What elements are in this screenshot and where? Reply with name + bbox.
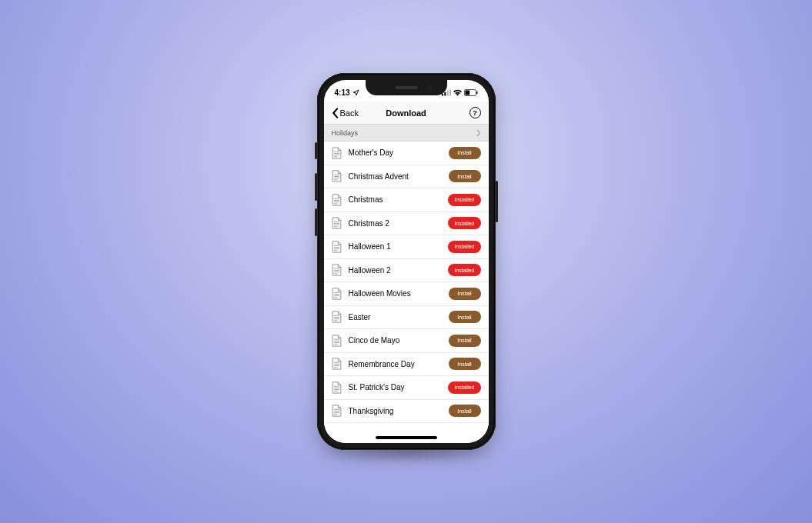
installed-badge[interactable]: Installed [448,264,480,276]
list-item-label: Easter [349,313,442,321]
list-item: Christmas AdventInstall [324,165,489,189]
status-time: 4:13 [335,88,350,97]
install-button[interactable]: Install [449,147,481,159]
svg-rect-0 [442,94,443,96]
document-icon [332,217,342,229]
list-item-label: Halloween Movies [349,289,442,298]
wifi-icon [453,89,462,96]
mute-switch [315,142,317,159]
content-scroll[interactable]: Holidays Mother's DayInstallChristmas Ad… [324,125,489,443]
list-item-label: St. Patrick's Day [349,383,442,391]
install-button[interactable]: Install [449,405,481,417]
nav-bar: Back Download ? [324,102,489,125]
install-button[interactable]: Install [449,170,481,182]
list-item-label: Christmas Advent [349,172,442,181]
list-item: Cinco de MayoInstall [324,329,489,353]
speaker-grille [395,86,418,89]
list-item: Christmas 2Installed [324,212,489,236]
list-item: ThanksgivingInstall [324,400,489,424]
back-button[interactable]: Back [332,108,359,118]
install-button[interactable]: Install [449,311,481,323]
document-icon [332,311,342,323]
volume-up-button [315,173,317,201]
help-button[interactable]: ? [469,107,481,118]
home-indicator[interactable] [376,436,437,439]
section-header-label: Holidays [332,129,359,137]
document-icon [332,381,342,394]
help-icon: ? [473,109,477,117]
svg-rect-2 [446,91,448,96]
document-icon [332,358,342,370]
section-header-holidays[interactable]: Holidays [324,125,489,142]
page-title: Download [386,108,426,118]
list-item: Halloween MoviesInstall [324,282,489,306]
volume-down-button [315,208,317,236]
document-icon [332,147,342,159]
document-icon [332,264,342,276]
back-label: Back [340,108,359,118]
list-item: Mother's DayInstall [324,142,489,165]
phone-frame: 4:13 Back Download ? Holidays [317,73,496,450]
location-icon [353,89,359,96]
list-item: Remembrance DayInstall [324,353,489,377]
list-item-label: Halloween 2 [349,266,442,275]
front-camera [427,85,432,90]
list-item: Halloween 1Installed [324,235,489,259]
svg-rect-6 [476,92,477,95]
list-item-label: Halloween 1 [349,242,442,251]
list-item-label: Christmas 2 [349,219,442,228]
power-button [496,181,498,222]
list-item-label: Cinco de Mayo [349,336,442,345]
document-icon [332,405,342,417]
chevron-left-icon [332,108,339,118]
svg-rect-1 [444,92,446,96]
list-item: St. Patrick's DayInstalled [324,376,489,400]
installed-badge[interactable]: Installed [448,381,480,394]
chevron-right-icon [476,129,481,137]
battery-icon [464,89,478,96]
installed-badge[interactable]: Installed [448,217,480,229]
document-icon [332,335,342,347]
list-item-label: Christmas [349,195,442,204]
install-button[interactable]: Install [449,335,481,347]
document-icon [332,241,342,253]
document-icon [332,170,342,182]
screen: 4:13 Back Download ? Holidays [324,80,489,443]
install-button[interactable]: Install [449,288,481,300]
svg-rect-3 [449,90,451,96]
installed-badge[interactable]: Installed [448,194,480,206]
document-icon [332,288,342,300]
install-button[interactable]: Install [449,358,481,370]
notch [366,80,447,95]
list-item: Halloween 2Installed [324,259,489,283]
list-item: EasterInstall [324,306,489,330]
installed-badge[interactable]: Installed [448,241,480,253]
list-item-label: Remembrance Day [349,360,442,368]
list-item: ChristmasInstalled [324,188,489,212]
document-icon [332,194,342,206]
list-item-label: Mother's Day [349,148,442,157]
list-item-label: Thanksgiving [349,407,442,415]
download-list: Mother's DayInstallChristmas AdventInsta… [324,142,489,423]
svg-rect-5 [465,91,469,95]
